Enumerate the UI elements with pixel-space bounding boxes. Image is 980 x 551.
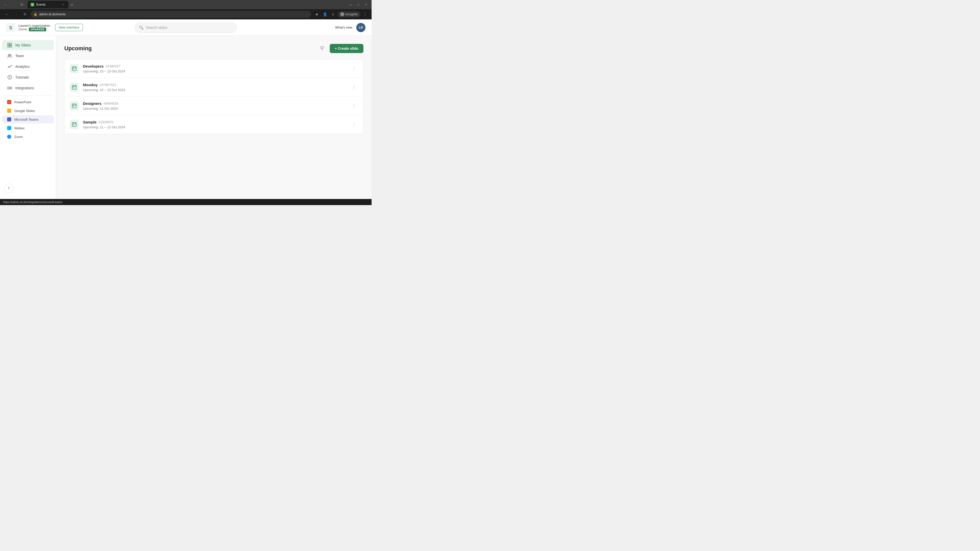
reload-button[interactable]: ↻	[18, 1, 25, 8]
forward-nav-button[interactable]: →	[12, 11, 19, 18]
event-item-developers[interactable]: Developers #1480327 Upcoming: 10 – 13 Oc…	[65, 59, 363, 78]
event-more-button[interactable]: ⋮	[350, 65, 358, 73]
status-url: https://admin.sli.do/integrations/micros…	[3, 200, 62, 203]
event-name-row: Moodoy #37867021	[83, 83, 350, 87]
event-id: #8664816	[103, 102, 118, 105]
logo-area: S Lauren's organization Owner UPGRADE	[6, 23, 50, 32]
sidebar-item-team[interactable]: Team	[2, 51, 54, 61]
sidebar-item-microsoft-teams[interactable]: Microsoft Teams	[2, 115, 54, 124]
svg-point-7	[10, 55, 11, 56]
event-info: Developers #1480327 Upcoming: 10 – 13 Oc…	[83, 64, 350, 73]
window-controls: ← → ↻	[2, 1, 25, 8]
svg-rect-17	[73, 69, 74, 70]
status-bar: https://admin.sli.do/integrations/micros…	[0, 199, 372, 205]
event-name-row: Developers #1480327	[83, 64, 350, 68]
zoom-icon	[7, 135, 11, 139]
svg-text:S: S	[9, 25, 12, 30]
forward-button[interactable]: →	[10, 1, 18, 8]
create-slido-button[interactable]: + Create slido	[330, 44, 363, 53]
sidebar-item-analytics[interactable]: Analytics	[2, 62, 54, 72]
sidebar-bottom: ?	[0, 182, 56, 195]
sidebar-item-integrations[interactable]: Integrations	[2, 83, 54, 93]
sidebar-item-microsoft-teams-label: Microsoft Teams	[14, 118, 38, 121]
event-calendar-icon	[70, 120, 79, 129]
event-more-button[interactable]: ⋮	[350, 83, 358, 91]
slido-logo-icon: S	[6, 23, 15, 32]
app-header: S Lauren's organization Owner UPGRADE Ne…	[0, 19, 372, 36]
browser-menu-button[interactable]: ⋮	[361, 11, 369, 18]
sidebar-item-my-slidos-label: My Slidos	[15, 43, 31, 47]
sidebar-item-team-label: Team	[15, 54, 24, 58]
svg-point-8	[9, 66, 10, 67]
svg-rect-5	[10, 45, 12, 47]
event-more-button[interactable]: ⋮	[350, 121, 358, 129]
sidebar-item-webex[interactable]: Webex	[2, 124, 54, 132]
back-button[interactable]: ←	[2, 1, 9, 8]
sidebar-item-analytics-label: Analytics	[15, 65, 30, 68]
back-nav-button[interactable]: ←	[3, 11, 10, 18]
event-name: Sample	[83, 120, 97, 124]
event-info: Sample #2329970 Upcoming: 11 – 12 Oct 20…	[83, 120, 350, 129]
svg-point-9	[10, 67, 11, 68]
url-bar[interactable]: 🔒 admin.sli.do/events	[30, 11, 311, 18]
close-window-button[interactable]: ×	[363, 1, 369, 8]
team-icon	[7, 53, 12, 59]
event-name-row: Sample #2329970	[83, 120, 350, 124]
event-info: Moodoy #37867021 Upcoming: 10 – 13 Oct 2…	[83, 83, 350, 92]
integrations-icon	[7, 86, 12, 91]
sidebar-item-powerpoint[interactable]: P PowerPoint	[2, 98, 54, 106]
sidebar-item-zoom[interactable]: Zoom	[2, 133, 54, 141]
help-button[interactable]: ?	[4, 184, 13, 193]
event-calendar-icon	[70, 83, 79, 92]
incognito-label: Incognito	[345, 13, 358, 16]
tab-title: Events	[36, 3, 46, 6]
maximize-button[interactable]: □	[355, 1, 362, 8]
svg-text:P: P	[9, 101, 10, 103]
slido-logo[interactable]: S	[6, 23, 15, 32]
sidebar-item-my-slidos[interactable]: My Slidos	[2, 40, 54, 50]
url-text: admin.sli.do/events	[39, 13, 65, 16]
app-container: S Lauren's organization Owner UPGRADE Ne…	[0, 19, 372, 199]
webex-icon	[7, 126, 11, 130]
event-more-button[interactable]: ⋮	[350, 102, 358, 110]
incognito-icon	[340, 12, 344, 16]
event-id: #2329970	[99, 120, 113, 124]
new-interface-button[interactable]: New interface	[55, 24, 83, 31]
sidebar-item-tutorials-label: Tutorials	[15, 75, 29, 79]
minimize-button[interactable]: —	[347, 1, 354, 8]
incognito-indicator: Incognito	[338, 11, 360, 17]
bookmark-button[interactable]: ★	[313, 11, 320, 18]
event-item-designers[interactable]: Designers #8664816 Upcoming: 11 Oct 2024…	[65, 97, 363, 115]
my-slidos-icon	[7, 43, 12, 48]
new-tab-button[interactable]: +	[68, 1, 76, 8]
event-name: Developers	[83, 64, 103, 68]
active-tab[interactable]: S Events ×	[27, 1, 68, 8]
event-item-sample[interactable]: Sample #2329970 Upcoming: 11 – 12 Oct 20…	[65, 115, 363, 134]
event-date: Upcoming: 10 – 13 Oct 2024	[83, 69, 125, 73]
svg-rect-18	[72, 86, 76, 89]
tab-favicon: S	[30, 3, 34, 6]
sidebar-item-tutorials[interactable]: Tutorials	[2, 72, 54, 83]
tutorials-icon	[7, 75, 12, 80]
svg-rect-4	[8, 45, 10, 47]
search-bar[interactable]: 🔍 Search slidos	[135, 22, 237, 33]
upgrade-badge[interactable]: UPGRADE	[29, 27, 46, 32]
sidebar-item-google-slides[interactable]: Google Slides	[2, 106, 54, 115]
profile-button[interactable]: 👤	[321, 11, 328, 18]
address-actions: ★ 👤 ⇓ Incognito ⋮	[313, 11, 369, 18]
filter-button[interactable]	[318, 44, 327, 53]
svg-point-10	[11, 65, 12, 66]
browser-titlebar: ← → ↻ S Events × + — □ ×	[0, 0, 372, 9]
reload-nav-button[interactable]: ↻	[21, 11, 29, 18]
svg-rect-13	[10, 87, 12, 89]
sidebar-divider	[4, 95, 52, 96]
user-avatar[interactable]: LD	[356, 23, 366, 32]
events-list: Developers #1480327 Upcoming: 10 – 13 Oc…	[64, 59, 363, 134]
event-item-moodoy[interactable]: Moodoy #37867021 Upcoming: 10 – 13 Oct 2…	[65, 78, 363, 97]
download-button[interactable]: ⇓	[329, 11, 337, 18]
svg-rect-21	[73, 106, 74, 107]
svg-rect-23	[73, 125, 74, 125]
tab-close-button[interactable]: ×	[61, 3, 65, 6]
whats-new-button[interactable]: What's new	[335, 25, 352, 29]
svg-rect-12	[8, 87, 9, 89]
